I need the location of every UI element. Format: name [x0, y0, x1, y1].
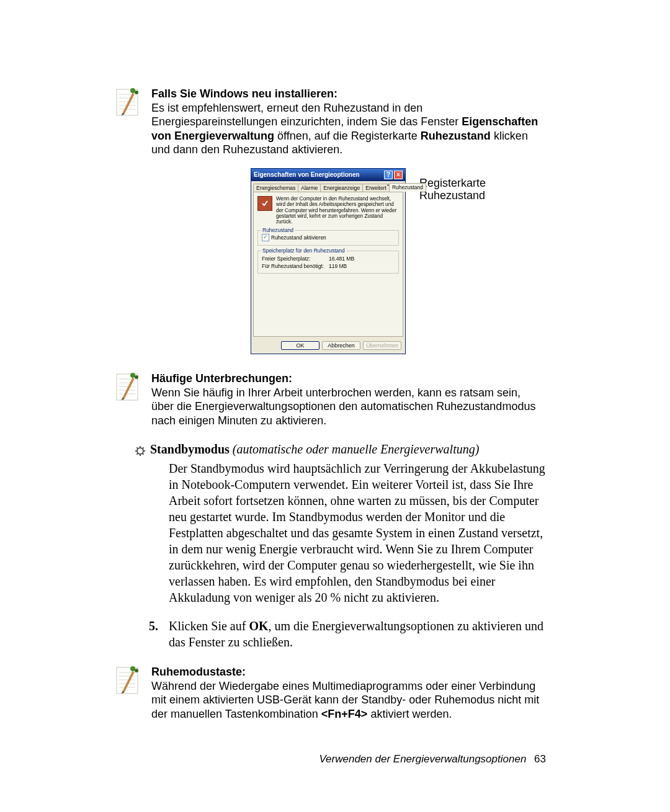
- note-icon: [115, 87, 151, 120]
- need-space-label: Für Ruhezustand benötigt:: [262, 263, 329, 269]
- section-subtitle: (automatische oder manuelle Energieverwa…: [230, 442, 480, 456]
- section-standby-heading: Standbymodus (automatische oder manuelle…: [135, 442, 546, 457]
- note-sleepkey: Ruhemodustaste: Während der Wiedergabe e…: [151, 665, 546, 721]
- fieldset-speicher: Speicherplatz für den Ruhezustand Freier…: [257, 251, 399, 274]
- apply-button[interactable]: Übernehmen: [363, 341, 401, 350]
- titlebar: Eigenschaften von Energieoptionen ? ×: [251, 169, 405, 181]
- svg-point-5: [135, 375, 138, 379]
- tab-erweitert[interactable]: Erweitert: [362, 184, 390, 192]
- step-5: 5. Klicken Sie auf OK, um die Energiever…: [149, 618, 546, 650]
- note-title: Häufige Unterbrechungen:: [151, 372, 292, 385]
- svg-point-16: [130, 666, 135, 671]
- hibernate-icon: [257, 196, 272, 211]
- svg-point-2: [135, 91, 138, 94]
- note-text: Falls Sie Windows neu installieren: Es i…: [151, 87, 546, 157]
- legend-speicher: Speicherplatz für den Ruhezustand: [261, 248, 346, 254]
- tabstrip: Energieschemas Alarme Energieanzeige Erw…: [251, 181, 405, 192]
- dialog-buttons: OK Abbrechen Übernehmen: [251, 339, 405, 354]
- tab-body: Wenn der Computer in den Ruhezustand wec…: [253, 192, 403, 337]
- step-number: 5.: [149, 618, 169, 650]
- note-text: Häufige Unterbrechungen: Wenn Sie häufig…: [151, 372, 546, 427]
- callout-label: Registerkarte Ruhezustand: [419, 177, 486, 202]
- svg-point-1: [130, 88, 135, 93]
- free-space-value: 16.481 MB: [329, 256, 354, 262]
- dialog-window: Eigenschaften von Energieoptionen ? × En…: [251, 168, 406, 355]
- svg-line-12: [143, 453, 144, 454]
- page-number: 63: [534, 753, 546, 765]
- note-interruptions: Häufige Unterbrechungen: Wenn Sie häufig…: [151, 372, 546, 427]
- svg-point-17: [135, 669, 138, 672]
- svg-rect-3: [117, 374, 138, 400]
- svg-rect-0: [117, 89, 138, 115]
- svg-point-4: [130, 373, 135, 378]
- help-icon[interactable]: ?: [384, 171, 393, 179]
- fieldset-ruhezustand: Ruhezustand ✓ Ruhezustand aktivieren: [257, 230, 399, 246]
- tab-alarme[interactable]: Alarme: [298, 184, 321, 192]
- tab-ruhezustand[interactable]: Ruhezustand: [389, 183, 426, 192]
- svg-rect-15: [117, 667, 138, 694]
- checkbox-ruhezustand[interactable]: ✓: [262, 234, 269, 241]
- note-title: Falls Sie Windows neu installieren:: [151, 87, 337, 100]
- legend-ruhezustand: Ruhezustand: [261, 227, 295, 233]
- svg-line-14: [143, 447, 144, 448]
- cancel-button[interactable]: Abbrechen: [322, 341, 360, 350]
- note-text: Ruhemodustaste: Während der Wiedergabe e…: [151, 665, 546, 721]
- dialog-figure: Eigenschaften von Energieoptionen ? × En…: [251, 168, 546, 355]
- standby-description: Der Standbymodus wird hauptsächlich zur …: [169, 460, 546, 605]
- note-title: Ruhemodustaste:: [151, 666, 246, 678]
- tab-energieschemas[interactable]: Energieschemas: [253, 184, 298, 192]
- svg-line-13: [136, 453, 138, 454]
- hibernate-desc: Wenn der Computer in den Ruhezustand wec…: [276, 196, 399, 225]
- ok-button[interactable]: OK: [281, 341, 319, 350]
- note-icon: [115, 665, 151, 698]
- note-reinstall: Falls Sie Windows neu installieren: Es i…: [151, 87, 546, 157]
- note-icon: [115, 372, 151, 405]
- page-footer: Verwenden der Energieverwaltungsoptionen…: [151, 753, 546, 765]
- gear-icon: [135, 445, 145, 455]
- close-icon[interactable]: ×: [394, 171, 403, 179]
- checkbox-label: Ruhezustand aktivieren: [271, 234, 326, 241]
- section-title: Standbymodus: [150, 442, 230, 456]
- footer-title: Verwenden der Energieverwaltungsoptionen: [319, 753, 526, 765]
- tab-energieanzeige[interactable]: Energieanzeige: [320, 184, 363, 192]
- need-space-value: 119 MB: [329, 263, 347, 269]
- svg-line-11: [136, 447, 138, 448]
- window-title: Eigenschaften von Energieoptionen: [254, 171, 360, 179]
- free-space-label: Freier Speicherplatz:: [262, 256, 329, 262]
